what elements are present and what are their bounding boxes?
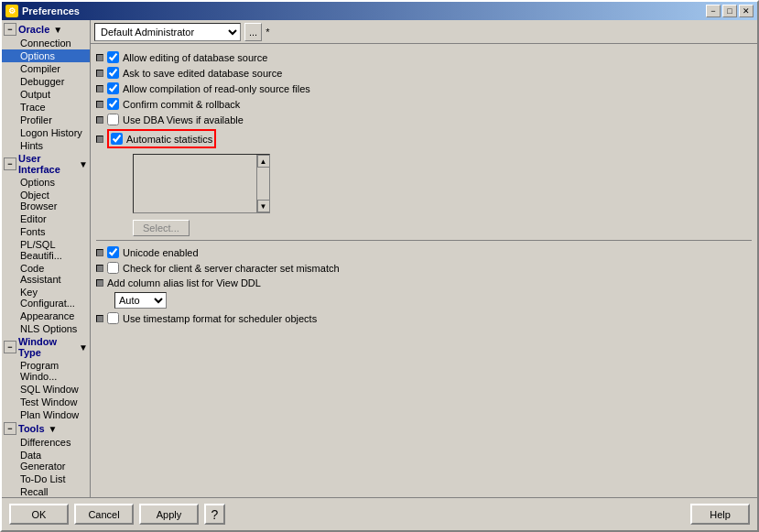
ui-expand-arrow: ▼ <box>79 159 88 169</box>
checkbox-confirm-commit[interactable] <box>107 98 119 110</box>
sidebar-item-logon-history[interactable]: Logon History <box>2 126 90 139</box>
close-button[interactable]: ✕ <box>739 5 754 17</box>
right-panel: Default Administrator ... * Allow editin… <box>91 20 757 497</box>
sidebar-item-object-browser[interactable]: Object Browser <box>2 189 90 212</box>
option-client-server: Check for client & server character set … <box>96 260 752 276</box>
label-automatic-stats: Automatic statistics <box>126 134 212 145</box>
sidebar-item-trace[interactable]: Trace <box>2 101 90 114</box>
minimize-button[interactable]: − <box>706 5 721 17</box>
label-add-column-alias: Add column alias list for View DDL <box>107 277 261 288</box>
sidebar-item-nls-options[interactable]: NLS Options <box>2 322 90 335</box>
sidebar-item-editor[interactable]: Editor <box>2 212 90 225</box>
checkbox-ask-save[interactable] <box>107 67 119 79</box>
profile-ellipsis-button[interactable]: ... <box>244 23 262 41</box>
oracle-section-label: Oracle <box>18 24 49 35</box>
highlighted-automatic-stats: Automatic statistics <box>107 129 216 148</box>
sidebar-section-window-type[interactable]: − Window Type ▼ <box>2 335 90 359</box>
bullet-add-column-alias <box>96 279 103 287</box>
option-unicode-enabled: Unicode enabled <box>96 244 752 260</box>
window-type-expand-arrow: ▼ <box>79 342 88 353</box>
sidebar-item-test-window[interactable]: Test Window <box>2 396 90 408</box>
sidebar-item-appearance[interactable]: Appearance <box>2 309 90 322</box>
apply-button[interactable]: Apply <box>139 504 199 525</box>
maximize-button[interactable]: □ <box>722 5 737 17</box>
label-client-server: Check for client & server character set … <box>123 263 340 274</box>
sidebar-item-differences[interactable]: Differences <box>2 436 90 449</box>
column-alias-dropdown[interactable]: Auto Always Never <box>114 292 167 309</box>
tab-indicator: * <box>266 27 269 38</box>
bullet-automatic-stats <box>96 136 103 143</box>
bullet-use-dba <box>96 116 103 124</box>
tools-expand-arrow: ▼ <box>49 424 58 434</box>
window-title: Preferences <box>22 5 80 16</box>
sidebar-section-oracle[interactable]: − Oracle ▼ <box>2 22 90 37</box>
ok-button[interactable]: OK <box>9 504 69 525</box>
sidebar-item-output[interactable]: Output <box>2 88 90 101</box>
sidebar-item-ui-options[interactable]: Options <box>2 176 90 189</box>
label-unicode-enabled: Unicode enabled <box>123 247 199 258</box>
dropdown-row-auto: Auto Always Never <box>96 292 752 309</box>
label-use-timestamp: Use timestamp format for scheduler objec… <box>123 313 317 324</box>
oracle-expand-arrow: ▼ <box>53 25 62 35</box>
label-confirm-commit: Confirm commit & rollback <box>123 99 240 110</box>
checkbox-use-timestamp[interactable] <box>107 312 119 324</box>
option-allow-compilation: Allow compilation of read-only source fi… <box>96 81 752 96</box>
sidebar-section-user-interface[interactable]: − User Interface ▼ <box>2 152 90 176</box>
sidebar-item-plan-window[interactable]: Plan Window <box>2 408 90 421</box>
sidebar-item-key-configuration[interactable]: Key Configurat... <box>2 286 90 309</box>
statistics-sub-panel: ▲ ▼ <box>133 154 270 213</box>
sidebar-item-hints[interactable]: Hints <box>2 139 90 152</box>
profile-select[interactable]: Default Administrator <box>94 23 241 41</box>
separator-1 <box>96 240 752 241</box>
title-bar: ⚙ Preferences − □ ✕ <box>2 2 757 20</box>
sidebar-item-fonts[interactable]: Fonts <box>2 225 90 238</box>
tools-expand-icon[interactable]: − <box>4 422 16 435</box>
sidebar-item-program-window[interactable]: Program Windo... <box>2 359 90 383</box>
sidebar-item-compiler[interactable]: Compiler <box>2 62 90 75</box>
label-use-dba: Use DBA Views if available <box>123 114 244 125</box>
cancel-button[interactable]: Cancel <box>74 504 134 525</box>
sidebar-item-code-assistant[interactable]: Code Assistant <box>2 262 90 286</box>
sidebar-item-recall-statements[interactable]: Recall Statemen... <box>2 485 90 497</box>
sidebar-item-profiler[interactable]: Profiler <box>2 114 90 126</box>
checkbox-unicode-enabled[interactable] <box>107 246 119 258</box>
sidebar-item-debugger[interactable]: Debugger <box>2 75 90 88</box>
sidebar-item-connection[interactable]: Connection <box>2 37 90 49</box>
checkbox-use-dba[interactable] <box>107 114 119 125</box>
sidebar: − Oracle ▼ Connection Options Compiler D… <box>2 20 91 497</box>
sidebar-item-todo-list[interactable]: To-Do List <box>2 472 90 485</box>
content-area: Allow editing of database source Ask to … <box>91 44 757 497</box>
bullet-confirm-commit <box>96 101 103 108</box>
title-bar-left: ⚙ Preferences <box>5 5 80 17</box>
title-controls: − □ ✕ <box>706 5 754 17</box>
scroll-up-button[interactable]: ▲ <box>257 155 270 168</box>
window-type-expand-icon[interactable]: − <box>4 341 16 353</box>
sidebar-item-plsql-beautifier[interactable]: PL/SQL Beautifi... <box>2 238 90 262</box>
window-icon: ⚙ <box>5 5 18 17</box>
preferences-window: ⚙ Preferences − □ ✕ − Oracle ▼ Connectio… <box>0 0 759 532</box>
user-interface-section-label: User Interface <box>18 153 75 175</box>
window-type-section-label: Window Type <box>18 336 75 358</box>
checkbox-automatic-stats[interactable] <box>111 133 123 145</box>
sidebar-item-data-generator[interactable]: Data Generator <box>2 449 90 472</box>
checkbox-allow-editing[interactable] <box>107 51 119 63</box>
checkbox-client-server[interactable] <box>107 262 119 274</box>
bullet-allow-editing <box>96 54 103 61</box>
user-interface-expand-icon[interactable]: − <box>4 157 16 170</box>
option-allow-editing: Allow editing of database source <box>96 49 752 65</box>
label-ask-save: Ask to save edited database source <box>123 68 282 79</box>
bullet-client-server <box>96 265 103 272</box>
select-button[interactable]: Select... <box>133 220 190 236</box>
help-button[interactable]: Help <box>690 504 750 525</box>
sidebar-section-tools[interactable]: − Tools ▼ <box>2 421 90 436</box>
help-icon-button[interactable]: ? <box>204 504 225 525</box>
sidebar-item-sql-window[interactable]: SQL Window <box>2 383 90 396</box>
sidebar-item-options[interactable]: Options <box>2 49 90 62</box>
sub-panel-scrollbar: ▲ ▼ <box>256 155 269 212</box>
checkbox-allow-compilation[interactable] <box>107 82 119 94</box>
bullet-allow-compilation <box>96 85 103 92</box>
scroll-track <box>257 168 269 200</box>
scroll-down-button[interactable]: ▼ <box>257 200 270 212</box>
tools-section-label: Tools <box>18 423 45 434</box>
oracle-expand-icon[interactable]: − <box>4 23 16 36</box>
